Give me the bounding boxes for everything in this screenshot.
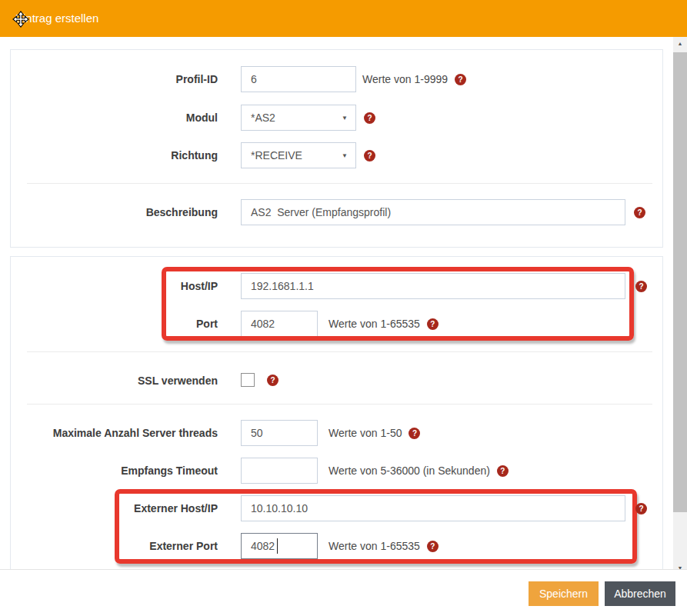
help-icon[interactable]: ?: [267, 375, 278, 386]
cancel-button[interactable]: Abbrechen: [605, 581, 675, 606]
dialog-header[interactable]: Eintrag erstellen: [0, 0, 687, 37]
ext-host-ip-input[interactable]: [241, 495, 625, 521]
max-threads-hint: Werte von 1-50 ?: [328, 420, 420, 446]
empfangs-timeout-label: Empfangs Timeout: [15, 458, 218, 484]
beschreibung-input[interactable]: [241, 199, 625, 225]
ext-host-ip-label: Externer Host/IP: [15, 495, 218, 521]
create-entry-dialog: Eintrag erstellen Profil-ID Werte von 1-…: [0, 0, 687, 616]
empfangs-timeout-hint: Werte von 5-36000 (in Sekunden) ?: [328, 458, 509, 484]
empfangs-timeout-input[interactable]: [241, 458, 318, 484]
max-threads-label: Maximale Anzahl Server threads: [15, 420, 218, 446]
help-icon[interactable]: ?: [634, 207, 645, 218]
max-threads-hint-text: Werte von 1-50: [328, 427, 402, 439]
port-input[interactable]: [241, 311, 318, 337]
vertical-scrollbar[interactable]: ▲ ▼: [673, 37, 687, 574]
modul-label: Modul: [15, 105, 218, 131]
help-icon[interactable]: ?: [497, 465, 509, 477]
help-icon[interactable]: ?: [455, 74, 466, 85]
scrollbar-thumb[interactable]: [673, 52, 687, 512]
move-cursor-icon: [12, 11, 29, 28]
help-icon[interactable]: ?: [409, 428, 420, 439]
ext-port-hint-text: Werte von 1-65535: [328, 540, 420, 552]
divider: [27, 404, 652, 405]
host-ip-input[interactable]: [241, 273, 625, 299]
port-hint: Werte von 1-65535 ?: [328, 311, 439, 337]
chevron-down-icon: ▼: [342, 115, 348, 122]
richtung-select[interactable]: *RECEIVE ▼: [241, 142, 356, 168]
host-ip-label: Host/IP: [15, 273, 218, 299]
profil-id-label: Profil-ID: [15, 66, 218, 92]
dialog-footer: Speichern Abbrechen: [0, 569, 687, 616]
ext-port-hint: Werte von 1-65535 ?: [328, 533, 439, 559]
scroll-up-icon[interactable]: ▲: [673, 37, 687, 49]
profil-id-hint-text: Werte von 1-9999: [362, 73, 448, 85]
text-cursor: [277, 538, 278, 554]
modul-select-value: *AS2: [251, 112, 275, 124]
port-hint-text: Werte von 1-65535: [328, 318, 420, 330]
profil-id-hint: Werte von 1-9999 ?: [362, 66, 466, 92]
divider: [27, 351, 652, 352]
ext-port-input[interactable]: [241, 533, 318, 559]
divider: [27, 183, 652, 184]
ssl-checkbox[interactable]: [241, 373, 255, 387]
help-icon[interactable]: ?: [364, 150, 375, 161]
save-button[interactable]: Speichern: [529, 581, 599, 606]
help-icon[interactable]: ?: [427, 541, 439, 552]
panel-connection: [10, 256, 663, 570]
help-icon[interactable]: ?: [635, 281, 647, 292]
help-icon[interactable]: ?: [364, 112, 375, 124]
empfangs-timeout-hint-text: Werte von 5-36000 (in Sekunden): [328, 464, 490, 477]
ssl-label: SSL verwenden: [15, 368, 218, 394]
help-icon[interactable]: ?: [635, 503, 647, 514]
max-threads-input[interactable]: [241, 420, 318, 446]
chevron-down-icon: ▼: [342, 152, 348, 159]
help-icon[interactable]: ?: [427, 318, 439, 330]
beschreibung-label: Beschreibung: [15, 199, 218, 225]
port-label: Port: [15, 311, 218, 337]
richtung-select-value: *RECEIVE: [251, 149, 302, 161]
richtung-label: Richtung: [15, 142, 218, 168]
profil-id-input[interactable]: [241, 66, 356, 92]
modul-select[interactable]: *AS2 ▼: [241, 105, 356, 131]
ext-port-label: Externer Port: [15, 533, 218, 559]
